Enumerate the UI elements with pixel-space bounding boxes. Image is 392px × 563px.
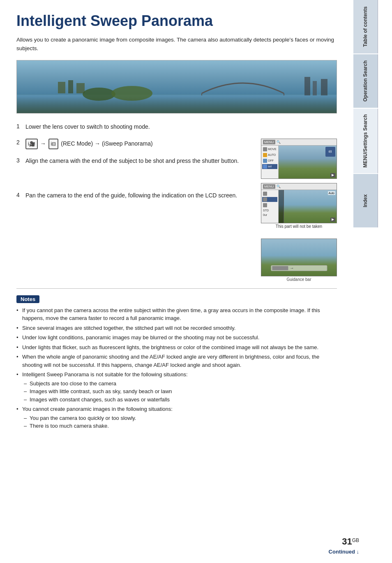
m3-icon <box>263 203 267 207</box>
screen-content-1: MOVE AUTO OFF <box>261 146 337 178</box>
guidance-bar: → <box>271 265 327 271</box>
svg-rect-10 <box>313 81 317 95</box>
play-icon-1: ▶ <box>330 173 335 177</box>
step-content-1: Lower the lens cover to switch to shooti… <box>25 123 337 131</box>
menu-item-selected: sel <box>262 164 277 169</box>
panorama-image <box>16 60 337 114</box>
menu-label-2: MENU <box>263 184 275 189</box>
notes-list: If you cannot pan the camera across the … <box>16 306 337 430</box>
screen-menu-col-1: MOVE AUTO OFF <box>261 146 279 178</box>
subitem-1-1: Subjects are too close to the camera <box>22 380 337 388</box>
note-item-6: Intelligent Sweep Panorama is not suitab… <box>16 371 337 403</box>
subitem-2-1: You pan the camera too quickly or too sl… <box>22 414 337 422</box>
page-title: Intelligent Sweep Panorama <box>16 12 337 29</box>
not-taken-strip <box>279 190 284 223</box>
note-item-2: Since several images are stitched togeth… <box>16 324 337 332</box>
step-row-2: 2 i🎥 → i⊟ (REC Mode) → (iSweep Panorama) <box>16 139 253 149</box>
sel-icon <box>263 164 267 169</box>
step-num-4: 4 <box>16 192 25 198</box>
step-content-4: Pan the camera to the end of the guide, … <box>25 191 253 200</box>
sidebar-tab-contents[interactable]: Table of contents <box>353 0 378 53</box>
screen-menu-col-2: STD 0ur <box>261 190 279 223</box>
svg-point-7 <box>83 88 115 101</box>
menu-item-m1 <box>262 191 277 196</box>
main-content: Intelligent Sweep Panorama Allows you to… <box>0 0 353 563</box>
auto-icon <box>263 153 267 157</box>
subitem-1-2: Images with little contrast, such as sky… <box>22 387 337 396</box>
guidance-fill <box>272 266 288 270</box>
guidance-arrow-icon: → <box>290 266 294 270</box>
step-num-3: 3 <box>16 157 25 164</box>
step-content-3: Align the camera with the end of the sub… <box>25 157 253 165</box>
menu-item-m4: STD <box>262 209 277 212</box>
screen-bg-1: i⊟ ▶ <box>279 146 337 178</box>
page-number: 31 <box>342 536 352 547</box>
menu-item-m2 <box>262 197 277 202</box>
svg-rect-1 <box>17 95 337 113</box>
isweep-indicator: i⊟ <box>325 147 335 157</box>
camera-screen-2: MENU 🔍 <box>261 183 337 223</box>
guidance-bar-label: Guidance bar <box>261 277 337 282</box>
svg-rect-11 <box>321 79 327 95</box>
svg-rect-5 <box>68 80 73 93</box>
screen-bg-3: → <box>261 239 337 276</box>
screen-bg-2 <box>279 190 337 223</box>
svg-rect-6 <box>76 83 85 93</box>
subitem-2-2: There is too much camera shake. <box>22 422 337 430</box>
svg-rect-4 <box>58 82 65 93</box>
screen-image-2: Auto ▶ <box>279 190 337 223</box>
step2-screen: MENU 🔍 MOVE AUTO <box>261 139 337 179</box>
sidebar-tab-menu[interactable]: MENU/Settings Search <box>353 109 378 173</box>
step-content-2: i🎥 → i⊟ (REC Mode) → (iSweep Panorama) <box>25 139 253 149</box>
note-item-7: You cannot create panoramic images in th… <box>16 405 337 430</box>
divider <box>16 288 337 289</box>
not-taken-line <box>284 190 284 223</box>
menu-item-m5: 0ur <box>262 213 277 217</box>
step-num-1: 1 <box>16 123 25 130</box>
sidebar-tab-operation[interactable]: Operation Search <box>353 54 378 108</box>
screen-not-taken: MENU 🔍 <box>261 183 337 229</box>
step-row-1: 1 Lower the lens cover to switch to shoo… <box>16 123 337 131</box>
auto-label: Auto <box>328 191 335 195</box>
menu-item-auto: AUTO <box>262 153 277 158</box>
step3-4-screens: MENU 🔍 <box>261 183 337 282</box>
svg-point-8 <box>111 86 152 101</box>
screen-top-bar-1: MENU 🔍 <box>261 139 337 146</box>
menu-item-timer: OFF <box>262 158 277 163</box>
camera-screen-1: MENU 🔍 MOVE AUTO <box>261 139 337 179</box>
timer-icon <box>263 159 267 163</box>
notes-section: Notes If you cannot pan the camera acros… <box>16 295 337 430</box>
menu-item-m3 <box>262 203 277 208</box>
svg-rect-9 <box>304 77 310 95</box>
note-item-3: Under low light conditions, panoramic im… <box>16 334 337 342</box>
menu-item-move: MOVE <box>262 147 277 152</box>
move-icon <box>263 147 267 151</box>
note-item-5: When the whole angle of panoramic shooti… <box>16 353 337 369</box>
rec-mode-icon: i🎥 <box>25 139 38 149</box>
subitems-2: You pan the camera too quickly or too sl… <box>22 414 337 430</box>
steps-section: 1 Lower the lens cover to switch to shoo… <box>16 123 337 282</box>
m1-icon <box>263 192 267 196</box>
step-row-3: 3 Align the camera with the end of the s… <box>16 157 253 165</box>
screen-top-bar-2: MENU 🔍 <box>261 183 337 190</box>
subitem-1-3: Images with constant changes, such as wa… <box>22 396 337 404</box>
sidebar-tab-index[interactable]: Index <box>353 174 378 227</box>
play-icon-2: ▶ <box>330 218 335 222</box>
sidebar: Table of contents Operation Search MENU/… <box>353 0 378 563</box>
screen-content-2: STD 0ur Auto <box>261 190 337 223</box>
step-row-4: 4 Pan the camera to the end of the guide… <box>16 191 253 200</box>
isweep-icon: i⊟ <box>48 139 59 149</box>
camera-screen-3: → <box>261 239 337 276</box>
notes-badge: Notes <box>16 295 39 303</box>
page-container: Intelligent Sweep Panorama Allows you to… <box>0 0 392 563</box>
menu-label-1: MENU <box>263 140 275 144</box>
m2-icon <box>263 197 267 202</box>
intro-text: Allows you to create a panoramic image f… <box>16 36 337 53</box>
screen-guidance-wrap: → Guidance bar <box>261 239 337 282</box>
step2-label: (REC Mode) → (iSweep Panorama) <box>61 139 152 148</box>
step-num-2: 2 <box>16 139 25 146</box>
not-taken-label: This part will not be taken <box>261 224 337 229</box>
subitems-1: Subjects are too close to the camera Ima… <box>22 380 337 404</box>
note-item-4: Under lights that flicker, such as fluor… <box>16 343 337 352</box>
note-item-1: If you cannot pan the camera across the … <box>16 306 337 322</box>
